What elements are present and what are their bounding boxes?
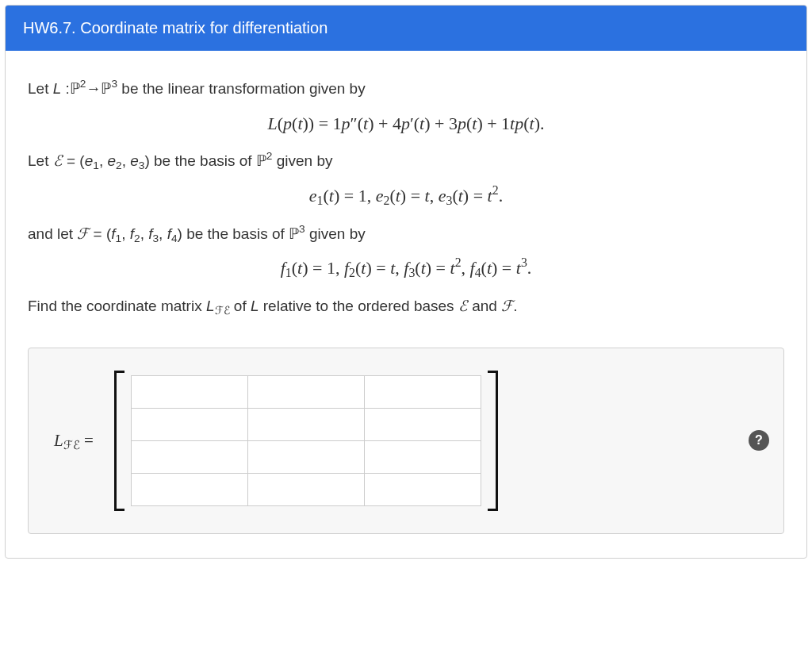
equation-E: e1(t) = 1, e2(t) = t, e3(t) = t2. [28,183,784,209]
matrix-cell-input[interactable] [365,376,481,408]
answer-label: L = [43,428,100,452]
matrix-cell-input[interactable] [365,441,481,473]
matrix-grid [131,375,481,506]
P-cubed [101,80,111,97]
text: be the basis of [186,225,289,242]
E-ref [458,298,468,314]
text: and let [28,225,77,242]
help-button[interactable]: ? [749,430,769,451]
matrix-input [114,371,498,511]
problem-line-1: Let L :2→3 be the linear transformation … [28,78,784,100]
question-mark-icon: ? [755,433,763,447]
text: . [513,298,517,314]
matrix-cell-input[interactable] [365,409,481,440]
problem-line-2: Let = (e1, e2, e3) be the basis of 2 giv… [28,150,784,172]
matrix-row [131,473,481,505]
text: of [234,298,251,314]
matrix-cell-input[interactable] [132,441,247,473]
matrix-cell [364,473,481,505]
equation-L: L(p(t)) = 1p″(t) + 4p′(t) + 3p(t) + 1tp(… [28,111,784,136]
text: relative to the ordered bases [263,298,458,314]
right-bracket-icon [485,371,498,511]
text: be the linear transformation given by [121,80,365,97]
question-header: HW6.7. Coordinate matrix for differentia… [6,6,806,51]
left-bracket-icon [114,371,128,511]
problem-line-4: Find the coordinate matrix L of L relati… [28,295,784,317]
matrix-cell-input[interactable] [248,409,364,440]
matrix-cell [131,473,247,505]
matrix-cell [364,375,481,408]
L-map: L [53,80,62,97]
matrix-cell-input[interactable] [132,409,247,440]
matrix-cell-input[interactable] [248,376,364,408]
matrix-row [131,375,481,408]
matrix-cell [247,375,364,408]
P-squared [70,80,80,97]
equation-F: f1(t) = 1, f2(t) = t, f3(t) = t2, f4(t) … [28,256,784,281]
matrix-cell [247,408,364,440]
basis-F [77,225,89,242]
F-ref [501,298,513,314]
matrix-cell [247,473,364,505]
text: given by [277,152,333,169]
matrix-cell [131,375,247,408]
P2 [256,152,266,169]
matrix-cell-input[interactable] [248,441,364,473]
matrix-cell [131,408,247,440]
matrix-cell [247,440,364,473]
question-body: Let L :2→3 be the linear transformation … [6,51,806,558]
matrix-cell [131,440,247,473]
text: be the basis of [154,152,256,169]
P3 [289,225,299,242]
question-card: HW6.7. Coordinate matrix for differentia… [5,5,807,559]
answer-panel: L = ? [28,348,784,534]
matrix-cell [364,408,481,440]
matrix-row [131,408,481,440]
text: and [472,298,501,314]
L-op: L [251,298,259,314]
text: Let [28,152,53,169]
matrix-cell-input[interactable] [132,376,247,408]
matrix-cell [364,440,481,473]
text: given by [309,225,366,242]
matrix-cell-input[interactable] [248,474,364,505]
matrix-row [131,440,481,473]
L-FE: L [206,298,215,314]
text: Find the coordinate matrix [28,298,206,314]
basis-E [53,152,63,169]
text: Let [28,80,53,97]
question-title: HW6.7. Coordinate matrix for differentia… [23,19,327,36]
matrix-cell-input[interactable] [365,474,481,505]
problem-line-3: and let = (f1, f2, f3, f4) be the basis … [28,223,784,245]
matrix-cell-input[interactable] [132,474,247,505]
